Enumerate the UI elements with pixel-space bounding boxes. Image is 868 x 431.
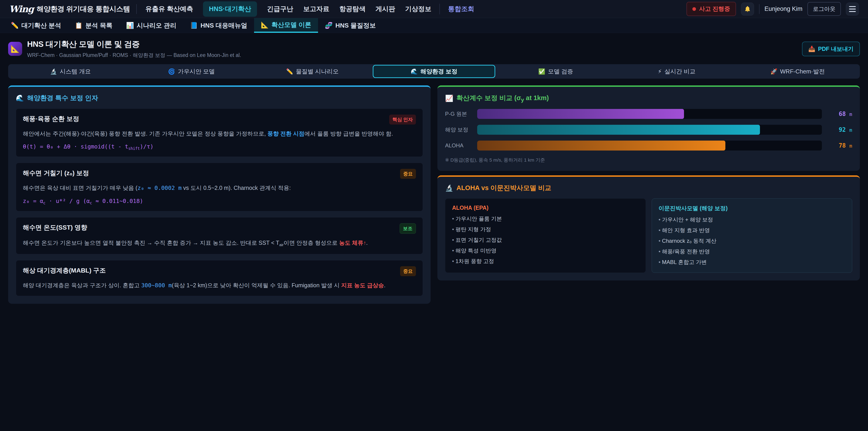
chart-footnote: ※ D등급(중립), 풍속 5 m/s, 풍하거리 1 km 기준 [445, 157, 852, 163]
microscope-icon: 🔬 [50, 68, 57, 75]
tab-label: 대기확산 분석 [22, 21, 61, 30]
bar-track [477, 125, 822, 135]
section-label: 모델 검증 [548, 68, 573, 75]
tab-hns-response-manual[interactable]: 📘 HNS 대응매뉴얼 [183, 18, 254, 33]
list-item: 해안 지형 효과 반영 [659, 227, 845, 234]
section-label: 실시간 비교 [664, 68, 695, 75]
factor-formula: z₀ = αc · u*² / g (αc ≈ 0.011~0.018) [23, 198, 416, 205]
sigma-comparison-title: 📈 확산계수 보정 비교 (σy at 1km) [445, 94, 852, 103]
factor-description: 해양 대기경계층은 육상과 구조가 상이. 혼합고 300~800 m(육상 1… [23, 281, 416, 290]
factor-sea-land-breeze: 해풍·육풍 순환 보정 핵심 인자 해안에서는 주간(해풍)·야간(육풍) 풍향… [16, 109, 423, 157]
section-gaussian-model[interactable]: 🌀 가우시안 모델 [131, 66, 252, 77]
clipboard-icon: 📋 [75, 22, 83, 29]
pencil-icon: ✏️ [11, 22, 19, 29]
chart-increasing-icon: 📈 [445, 94, 453, 102]
section-system-overview[interactable]: 🔬 시스템 개요 [10, 66, 131, 77]
nav-item-aerial-search[interactable]: 항공탐색 [339, 4, 366, 13]
bar-track [477, 109, 822, 119]
topbar-divider-2 [759, 4, 760, 14]
bar-row-pg-original: P-G 원본 68 m [445, 109, 852, 119]
nav-separator [439, 4, 440, 14]
marine-factors-title: 🌊 해양환경 특수 보정 인자 [16, 94, 423, 102]
aloha-model-box: ALOHA (EPA) 가우시안 플룸 기본 평탄 지형 가정 표면 거칠기 고… [445, 198, 646, 273]
lee-feature-list: 가우시안 + 해양 보정 해안 지형 효과 반영 Charnock z₀ 동적 … [659, 216, 845, 266]
section-label: 해양환경 보정 [421, 68, 457, 75]
list-item: 가우시안 플룸 기본 [452, 215, 639, 222]
menu-button[interactable] [846, 2, 859, 16]
bar-chart-icon: 📊 [126, 22, 134, 29]
model-comparison-title: 🔬 ALOHA vs 이문진박사모델 비교 [445, 184, 852, 192]
bar-label: ALOHA [445, 143, 472, 149]
factor-description: 해안에서는 주간(해풍)·야간(육풍) 풍향 전환 발생. 기존 가우시안 모델… [23, 129, 416, 138]
section-marine-correction[interactable]: 🌊 해양환경 보정 [373, 65, 495, 78]
wave-icon: 🌊 [16, 94, 24, 102]
section-label: 가우시안 모델 [178, 68, 215, 75]
incident-dot-icon [692, 7, 696, 11]
section-label: WRF-Chem·발전 [780, 68, 825, 75]
incident-status-badge[interactable]: 사고 진행중 [686, 2, 736, 16]
wave-icon: 🌊 [411, 68, 418, 75]
factor-badge: 보조 [400, 223, 416, 234]
factor-formula: θ(t) = θ₀ + Δθ · sigmoid((t - tshift)/τ) [23, 143, 416, 151]
section-realtime-comparison[interactable]: ⚡ 실시간 비교 [616, 66, 737, 77]
section-label: 물질별 시나리오 [296, 68, 339, 75]
sub-tab-bar: ✏️ 대기확산 분석 📋 분석 목록 📊 시나리오 관리 📘 HNS 대응매뉴얼… [0, 18, 868, 33]
nav-item-board[interactable]: 게시판 [375, 4, 395, 13]
bell-icon [744, 5, 751, 13]
logout-button[interactable]: 로그아웃 [807, 2, 841, 16]
bar-row-aloha: ALOHA 78 m [445, 141, 852, 151]
nav-item-emergency-rescue[interactable]: 긴급구난 [267, 4, 293, 13]
main-content: 📐 HNS 대기확산 모델 이론 및 검증 WRF-Chem · Gaussia… [0, 39, 868, 304]
list-item: 가우시안 + 해양 보정 [659, 216, 845, 223]
nav-item-hns-dispersion[interactable]: HNS·대기확산 [203, 1, 257, 17]
tab-analysis-list[interactable]: 📋 분석 목록 [68, 18, 119, 33]
bar-row-marine-corrected: 해양 보정 92 m [445, 125, 852, 135]
tab-diffusion-model-theory[interactable]: 📐 확산모델 이론 [254, 18, 318, 33]
section-substance-scenarios[interactable]: ✏️ 물질별 시나리오 [252, 66, 373, 77]
user-name: Eunjeong Kim [765, 5, 802, 12]
comparison-columns: ALOHA (EPA) 가우시안 플룸 기본 평탄 지형 가정 표면 거칠기 고… [445, 198, 852, 273]
page-title: HNS 대기확산 모델 이론 및 검증 [27, 39, 241, 50]
tab-hns-substance-info[interactable]: 🧬 HNS 물질정보 [318, 18, 383, 33]
section-label: 시스템 개요 [60, 68, 91, 75]
list-item: 평탄 지형 가정 [452, 226, 639, 233]
lightning-icon: ⚡ [658, 68, 662, 75]
tab-label: HNS 대응매뉴얼 [200, 21, 247, 30]
section-model-validation[interactable]: ✅ 모델 검증 [495, 66, 616, 77]
app-logo[interactable]: Wing 해양환경 위기대응 통합시스템 [9, 4, 130, 14]
topbar: Wing 해양환경 위기대응 통합시스템 유출유 확산예측 HNS·대기확산 긴… [0, 0, 868, 18]
nav-item-integrated-search[interactable]: 통합조회 [448, 4, 474, 13]
topbar-right: 사고 진행중 Eunjeong Kim 로그아웃 [686, 2, 859, 16]
factor-mabl-structure: 해상 대기경계층(MABL) 구조 중요 해양 대기경계층은 육상과 구조가 상… [16, 260, 423, 296]
bar-value: 68 m [827, 111, 852, 117]
aloha-feature-list: 가우시안 플룸 기본 평탄 지형 가정 표면 거칠기 고정값 해양 특성 미반영… [452, 215, 639, 265]
lee-box-title: 이문진박사모델 (해양 보정) [659, 205, 845, 212]
tab-scenario-management[interactable]: 📊 시나리오 관리 [119, 18, 183, 33]
rocket-icon: 🚀 [770, 68, 777, 75]
factor-description: 해수면은 육상 대비 표면 거칠기가 매우 낮음 (z₀ ≈ 0.0002 m … [23, 183, 416, 192]
book-icon: 📘 [190, 22, 198, 29]
factor-title: 해상 대기경계층(MABL) 구조 [23, 266, 106, 275]
nav-item-reports[interactable]: 보고자료 [303, 4, 329, 13]
bar-label: 해양 보정 [445, 126, 472, 133]
page-header-left: 📐 HNS 대기확산 모델 이론 및 검증 WRF-Chem · Gaussia… [8, 39, 241, 59]
marine-factors-card: 🌊 해양환경 특수 보정 인자 해풍·육풍 순환 보정 핵심 인자 해안에서는 … [8, 86, 431, 304]
app-title: 해양환경 위기대응 통합시스템 [37, 4, 130, 14]
nav-item-oil-spill[interactable]: 유출유 확산예측 [145, 4, 193, 13]
tab-dispersion-analysis[interactable]: ✏️ 대기확산 분석 [4, 18, 68, 33]
aloha-box-title: ALOHA (EPA) [452, 205, 639, 211]
notifications-button[interactable] [741, 2, 754, 16]
bar-fill-orange [477, 141, 725, 151]
list-item: 표면 거칠기 고정값 [452, 237, 639, 244]
section-wrf-chem[interactable]: 🚀 WRF-Chem·발전 [737, 66, 858, 77]
factor-description: 해수면 온도가 기온보다 높으면 열적 불안정 촉진 → 수직 혼합 증가 → … [23, 238, 416, 248]
check-icon: ✅ [538, 68, 545, 75]
section-nav-bar: 🔬 시스템 개요 🌀 가우시안 모델 ✏️ 물질별 시나리오 🌊 해양환경 보정… [8, 64, 860, 79]
nav-item-weather[interactable]: 기상정보 [405, 4, 431, 13]
list-item: 1차원 풍향 고정 [452, 258, 639, 265]
list-item: Charnock z₀ 동적 계산 [659, 237, 845, 245]
pdf-export-button[interactable]: 📥 PDF 내보내기 [802, 41, 860, 56]
bar-fill-teal [477, 125, 760, 135]
bar-fill-purple [477, 109, 684, 119]
page-subtitle: WRF-Chem · Gaussian Plume/Puff · ROMS · … [27, 52, 241, 59]
